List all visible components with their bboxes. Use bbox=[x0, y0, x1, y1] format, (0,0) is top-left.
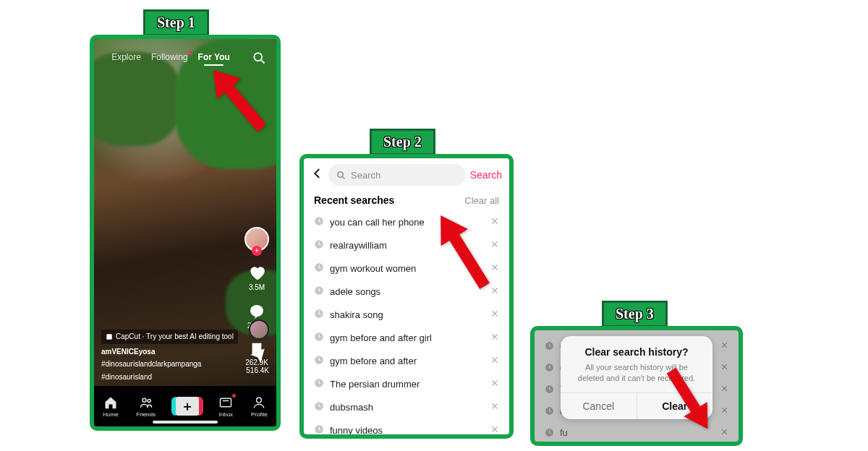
remove-search-button[interactable] bbox=[490, 239, 499, 252]
inbox-notification-dot bbox=[232, 394, 236, 398]
nav-home[interactable]: Home bbox=[103, 395, 118, 418]
recent-search-item[interactable]: realraywilliam bbox=[304, 233, 509, 257]
recent-search-label: gym workout women bbox=[330, 263, 485, 274]
recent-search-label: funny videos bbox=[330, 425, 485, 436]
recent-search-item[interactable]: you can call her phone bbox=[304, 210, 509, 233]
svg-line-9 bbox=[343, 176, 345, 179]
hashtag-line-2[interactable]: #dinosaurisland bbox=[101, 372, 233, 382]
step2-screenshot: Search Search Recent searches Clear all … bbox=[299, 154, 514, 439]
clock-icon bbox=[314, 309, 324, 321]
svg-rect-3 bbox=[106, 334, 112, 340]
back-button[interactable] bbox=[311, 167, 324, 184]
remove-search-button[interactable] bbox=[490, 285, 499, 298]
clock-icon bbox=[314, 262, 324, 275]
svg-point-7 bbox=[257, 398, 262, 403]
recent-search-label: you can call her phone bbox=[330, 217, 485, 228]
clock-icon bbox=[314, 378, 324, 390]
remove-search-button[interactable] bbox=[490, 308, 499, 321]
username[interactable]: amVENICEyosa bbox=[101, 347, 233, 357]
clock-icon bbox=[314, 424, 324, 437]
search-icon[interactable] bbox=[252, 51, 266, 68]
dialog-cancel-button[interactable]: Cancel bbox=[561, 393, 637, 419]
top-tabs: Explore Following For You bbox=[94, 52, 247, 62]
recent-searches-header: Recent searches Clear all bbox=[304, 192, 509, 210]
svg-point-5 bbox=[148, 399, 150, 402]
step-1-badge: Step 1 bbox=[143, 9, 209, 36]
remove-search-button[interactable] bbox=[490, 354, 499, 367]
svg-point-8 bbox=[338, 171, 344, 177]
nav-friends[interactable]: Friends bbox=[136, 395, 156, 418]
recent-search-label: shakira song bbox=[330, 309, 485, 320]
nav-inbox-label: Inbox bbox=[219, 411, 234, 418]
home-indicator bbox=[153, 421, 218, 424]
tab-explore[interactable]: Explore bbox=[111, 52, 141, 62]
recent-search-label: adele songs bbox=[330, 286, 485, 297]
svg-point-4 bbox=[142, 398, 146, 402]
svg-line-1 bbox=[261, 60, 264, 63]
step1-screenshot: Explore Following For You 3.5M 20.1K 262… bbox=[90, 35, 281, 431]
recent-search-label: realraywilliam bbox=[330, 240, 485, 251]
sound-avatar[interactable] bbox=[249, 319, 269, 340]
recent-search-item[interactable]: gym workout women bbox=[304, 257, 509, 280]
step3-screenshot: gygyThdufu Clear search history? All you… bbox=[530, 326, 743, 446]
clock-icon bbox=[314, 239, 324, 252]
nav-inbox[interactable]: Inbox bbox=[218, 395, 233, 418]
like-count: 3.5M bbox=[249, 283, 265, 291]
like-button[interactable]: 3.5M bbox=[247, 263, 266, 291]
search-header: Search Search bbox=[304, 158, 509, 192]
svg-point-2 bbox=[250, 305, 263, 317]
step-2-badge: Step 2 bbox=[370, 129, 435, 155]
dialog-clear-button[interactable]: Clear bbox=[637, 393, 713, 419]
tab-following[interactable]: Following bbox=[151, 52, 188, 62]
recent-search-item[interactable]: gym before and after bbox=[304, 349, 509, 372]
tab-for-you[interactable]: For You bbox=[198, 52, 230, 62]
clock-icon bbox=[314, 355, 324, 367]
nav-profile-label: Profile bbox=[251, 411, 268, 418]
clock-icon bbox=[314, 401, 324, 413]
search-input[interactable]: Search bbox=[328, 164, 466, 186]
nav-friends-label: Friends bbox=[136, 411, 156, 418]
svg-point-0 bbox=[254, 53, 262, 61]
recent-searches-title: Recent searches bbox=[314, 194, 394, 206]
recent-search-label: gym before and after girl bbox=[330, 332, 485, 343]
remove-search-button[interactable] bbox=[490, 215, 499, 228]
nav-profile[interactable]: Profile bbox=[251, 395, 268, 418]
search-submit-button[interactable]: Search bbox=[470, 169, 502, 181]
hashtag-line-1[interactable]: #dinosaurislandclarkpampanga bbox=[101, 359, 233, 369]
recent-searches-list: you can call her phonerealraywilliamgym … bbox=[304, 210, 509, 439]
remove-search-button[interactable] bbox=[490, 424, 499, 437]
nav-home-label: Home bbox=[103, 411, 118, 418]
caption-area: CapCut · Try your best AI editing tool a… bbox=[101, 330, 233, 382]
capcut-text: CapCut · Try your best AI editing tool bbox=[116, 332, 234, 342]
dialog-title: Clear search history? bbox=[572, 346, 701, 358]
nav-create[interactable]: ＋ bbox=[174, 397, 201, 416]
remove-search-button[interactable] bbox=[490, 400, 499, 413]
recent-search-item[interactable]: funny videos bbox=[304, 418, 509, 439]
remove-search-button[interactable] bbox=[490, 262, 499, 275]
recent-search-item[interactable]: dubsmash bbox=[304, 395, 509, 418]
share-button[interactable]: 516.4K bbox=[246, 346, 269, 374]
remove-search-button[interactable] bbox=[490, 331, 499, 344]
svg-rect-6 bbox=[221, 398, 231, 407]
recent-search-label: dubsmash bbox=[330, 402, 485, 413]
recent-search-item[interactable]: adele songs bbox=[304, 280, 509, 303]
clock-icon bbox=[314, 285, 324, 298]
recent-search-item[interactable]: shakira song bbox=[304, 303, 509, 326]
search-placeholder: Search bbox=[351, 170, 380, 181]
dimmed-search-item: fu bbox=[535, 421, 739, 443]
share-count: 516.4K bbox=[246, 366, 269, 374]
recent-search-item[interactable]: gym before and after girl bbox=[304, 326, 509, 349]
recent-search-item[interactable]: The persian drummer bbox=[304, 372, 509, 395]
clock-icon bbox=[314, 332, 324, 344]
clear-history-dialog: Clear search history? All your search hi… bbox=[561, 336, 712, 419]
recent-search-label: The persian drummer bbox=[330, 379, 485, 390]
clock-icon bbox=[314, 216, 324, 228]
dialog-message: All your search history will be deleted … bbox=[572, 362, 701, 384]
step-3-badge: Step 3 bbox=[602, 301, 668, 327]
clear-all-button[interactable]: Clear all bbox=[464, 195, 499, 206]
remove-search-button[interactable] bbox=[490, 377, 499, 390]
recent-search-label: gym before and after bbox=[330, 356, 485, 366]
capcut-pill[interactable]: CapCut · Try your best AI editing tool bbox=[101, 330, 238, 344]
creator-avatar[interactable] bbox=[244, 227, 269, 252]
